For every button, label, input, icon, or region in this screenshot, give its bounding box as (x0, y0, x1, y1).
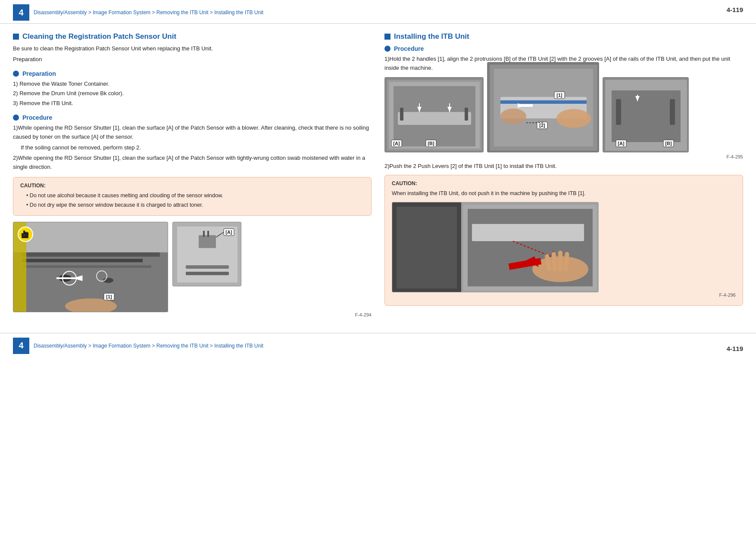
figure-f4-295-b-svg: [1] [2] (487, 62, 599, 152)
svg-rect-64 (616, 99, 621, 125)
svg-rect-31 (186, 272, 229, 275)
svg-text:[2]: [2] (539, 123, 545, 128)
svg-rect-59 (518, 104, 533, 107)
figure-f4-294-main-svg: [1] (13, 222, 168, 312)
figure-f4-294-caption: F-4-294 (13, 312, 372, 317)
svg-rect-21 (22, 236, 28, 238)
header-breadcrumb: Disassembly/Assembly > Image Formation S… (34, 9, 263, 16)
caution-badge (18, 227, 33, 242)
svg-text:[A]: [A] (225, 230, 232, 235)
left-caution-bullet-2: Do not dry wipe the sensor window becaus… (26, 201, 364, 209)
svg-rect-19 (27, 232, 28, 236)
svg-point-51 (556, 109, 591, 128)
svg-rect-6 (22, 265, 151, 268)
svg-text:[B]: [B] (665, 141, 672, 146)
svg-rect-65 (670, 99, 675, 125)
left-proc-step1b: If the soiling cannot be removed, perfor… (21, 143, 372, 152)
svg-rect-10 (56, 277, 76, 279)
svg-rect-83 (558, 251, 562, 271)
right-section-title-icon (384, 34, 390, 40)
svg-rect-4 (22, 252, 160, 257)
footer: 4 Disassembly/Assembly > Image Formation… (0, 333, 756, 357)
left-intro2: Preparation (13, 55, 372, 64)
figure-f4-295-a: [A] [B] (384, 77, 484, 152)
left-intro: Be sure to clean the Registration Patch … (13, 44, 372, 53)
right-procedure-title: Procedure (384, 45, 743, 52)
prep-step-1: 1) Remove the Waste Toner Container. (13, 80, 372, 89)
svg-rect-5 (22, 259, 143, 262)
figure-f4-295-b: [1] [2] (487, 62, 599, 152)
page-number-bottom: 4-119 (727, 345, 743, 352)
footer-chapter-badge: 4 (13, 338, 29, 354)
right-caution-title: CAUTION: (392, 180, 736, 186)
header: 4 Disassembly/Assembly > Image Formation… (0, 0, 756, 24)
svg-rect-77 (472, 224, 584, 241)
left-proc-step1: 1)While opening the RD Sensor Shutter [1… (13, 124, 372, 142)
right-procedure-dot (384, 46, 390, 52)
footer-breadcrumb: Disassembly/Assembly > Image Formation S… (34, 343, 263, 349)
figure-f4-294-side-svg: [A] (173, 222, 241, 286)
left-procedure-dot (13, 115, 19, 121)
left-proc-step2: 2)While opening the RD Sensor Shutter [1… (13, 154, 372, 172)
svg-rect-90 (397, 207, 457, 289)
svg-rect-38 (465, 108, 468, 121)
left-column: Cleaning the Registration Patch Sensor U… (13, 32, 372, 320)
preparation-title: Preparation (13, 70, 372, 77)
svg-text:[1]: [1] (106, 294, 112, 299)
hand-icon (21, 230, 30, 239)
preparation-title-text: Preparation (22, 70, 56, 77)
svg-rect-17 (23, 230, 25, 236)
svg-rect-30 (186, 265, 229, 269)
svg-point-52 (500, 109, 526, 124)
left-caution-bullet-1: Do not use alcohol because it causes mel… (26, 191, 364, 200)
figure-f4-296-svg (392, 202, 599, 292)
main-content: Cleaning the Registration Patch Sensor U… (0, 24, 756, 329)
figure-f4-294-side: [A] (172, 222, 241, 286)
right-top-figures: [A] [B] (384, 77, 743, 152)
svg-rect-37 (400, 108, 403, 121)
preparation-steps: 1) Remove the Waste Toner Container. 2) … (13, 80, 372, 108)
left-figures: [1] (13, 222, 372, 312)
prep-step-2: 2) Remove the Drum Unit (remove Bk color… (13, 89, 372, 98)
right-procedure-title-text: Procedure (394, 45, 424, 52)
figure-f4-295-c: [B] [A] (603, 77, 689, 152)
svg-rect-24 (199, 235, 216, 248)
right-section-title: Installing the ITB Unit (384, 32, 743, 41)
right-caution-box: CAUTION: When installing the ITB Unit, d… (384, 175, 743, 306)
prep-step-3: 3) Remove the ITB Unit. (13, 99, 372, 108)
svg-rect-53 (500, 100, 587, 104)
preparation-dot (13, 71, 19, 77)
left-section-title: Cleaning the Registration Patch Sensor U… (13, 32, 372, 41)
svg-text:[B]: [B] (428, 141, 434, 146)
svg-rect-25 (203, 231, 205, 237)
left-procedure-title: Procedure (13, 114, 372, 121)
svg-rect-3 (13, 222, 168, 252)
right-column: Installing the ITB Unit Procedure 1)Hold… (384, 32, 743, 320)
svg-rect-26 (207, 231, 209, 237)
figure-f4-295-a-svg: [A] [B] (385, 78, 484, 152)
svg-rect-36 (398, 112, 471, 125)
figure-f4-296-caption: F-4-296 (392, 292, 736, 298)
figure-f4-294-main: [1] (13, 222, 168, 312)
right-proc-step2: 2)Push the 2 Push Levers [2] of the ITB … (384, 162, 743, 171)
left-caution-box: CAUTION: Do not use alcohol because it c… (13, 177, 372, 216)
svg-rect-18 (25, 232, 27, 236)
right-caution-text: When installing the ITB Unit, do not pus… (392, 189, 736, 198)
svg-text:[A]: [A] (393, 141, 400, 146)
left-section-title-text: Cleaning the Registration Patch Sensor U… (22, 32, 176, 41)
right-section-title-text: Installing the ITB Unit (394, 32, 469, 41)
header-chapter-badge: 4 (13, 4, 29, 21)
section-title-icon (13, 34, 19, 40)
figure-f4-296 (392, 202, 599, 292)
page-number-top: 4-119 (727, 6, 743, 13)
left-procedure-title-text: Procedure (22, 114, 52, 121)
figure-f4-295-caption: F-4-295 (384, 154, 743, 159)
svg-text:[A]: [A] (618, 141, 625, 146)
svg-text:[1]: [1] (556, 93, 562, 98)
page: 4 Disassembly/Assembly > Image Formation… (0, 0, 756, 534)
figure-f4-295-c-svg: [B] [A] (603, 78, 689, 152)
left-caution-title: CAUTION: (20, 183, 364, 189)
